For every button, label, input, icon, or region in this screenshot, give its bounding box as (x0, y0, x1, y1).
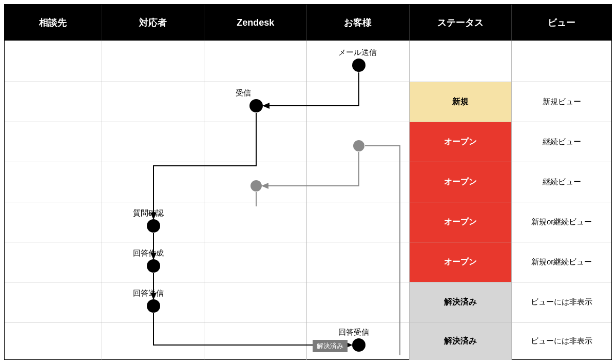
status-badge: オープン (410, 202, 512, 242)
node-label: 受信 (236, 88, 251, 98)
table-row (5, 41, 611, 82)
node-label: 質問確認 (133, 208, 164, 218)
status-badge: 新規 (410, 82, 512, 122)
table-row: 解決済みビューには非表示 (5, 322, 611, 360)
view-label: 継続ビュー (512, 122, 611, 162)
table-row: 解決済みビューには非表示 (5, 282, 611, 322)
status-badge: オープン (410, 122, 512, 162)
view-label: ビューには非表示 (512, 322, 611, 360)
table-row: オープン継続ビュー (5, 162, 611, 202)
view-label: 継続ビュー (512, 162, 611, 202)
view-label: 新規ビュー (512, 82, 611, 122)
table-row: 新規新規ビュー (5, 82, 611, 122)
col-assignee: 対応者 (102, 5, 205, 41)
header-row: 相談先 対応者 Zendesk お客様 ステータス ビュー (5, 5, 611, 41)
col-status: ステータス (410, 5, 512, 41)
status-badge: オープン (410, 242, 512, 282)
col-zendesk: Zendesk (204, 5, 307, 41)
status-badge: オープン (410, 162, 512, 202)
status-badge: 解決済み (410, 322, 512, 360)
table-row: オープン継続ビュー (5, 122, 611, 162)
body-rows: 新規新規ビューオープン継続ビューオープン継続ビューオープン新規or継続ビューオー… (5, 41, 611, 360)
col-customer: お客様 (307, 5, 410, 41)
view-label: ビューには非表示 (512, 282, 611, 322)
solved-tag: 解決済み (313, 340, 348, 352)
view-label: 新規or継続ビュー (512, 202, 611, 242)
swimlane-diagram: 相談先 対応者 Zendesk お客様 ステータス ビュー 新規新規ビューオープ… (4, 4, 612, 360)
col-view: ビュー (512, 5, 611, 41)
node-label: 回答作成 (133, 248, 164, 258)
col-consult: 相談先 (5, 5, 102, 41)
table-row: オープン新規or継続ビュー (5, 202, 611, 242)
table-row: オープン新規or継続ビュー (5, 242, 611, 282)
node-label: メール送信 (338, 48, 377, 58)
view-label: 新規or継続ビュー (512, 242, 611, 282)
node-label: 回答送信 (133, 289, 164, 298)
node-label: 回答受信 (338, 328, 369, 337)
status-badge: 解決済み (410, 282, 512, 322)
